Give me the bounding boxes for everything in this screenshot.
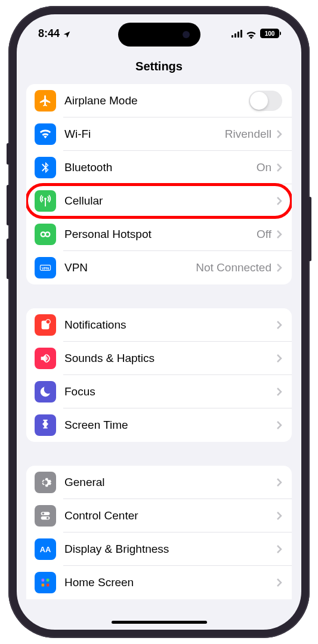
- settings-group-connectivity: Airplane Mode Wi-Fi Rivendell Bluetooth: [26, 84, 292, 284]
- bluetooth-label: Bluetooth: [64, 161, 257, 174]
- vpn-label: VPN: [64, 261, 196, 274]
- wifi-label: Wi-Fi: [64, 128, 225, 141]
- cell-signal-icon: [231, 30, 243, 38]
- display-icon: AA: [35, 538, 56, 560]
- wifi-value: Rivendell: [225, 128, 271, 141]
- homescreen-row[interactable]: Home Screen: [26, 566, 292, 599]
- chevron-right-icon: [276, 163, 282, 172]
- wifi-icon: [35, 123, 56, 145]
- notifications-row[interactable]: Notifications: [26, 308, 292, 342]
- vpn-row[interactable]: VPN VPN Not Connected: [26, 251, 292, 284]
- chevron-right-icon: [276, 511, 282, 521]
- cellular-icon: [35, 190, 56, 212]
- hotspot-icon: [35, 224, 56, 245]
- svg-point-1: [45, 232, 50, 236]
- page-header: Settings: [17, 52, 301, 84]
- airplane-icon: [35, 90, 56, 112]
- svg-rect-13: [42, 584, 45, 587]
- airplane-mode-row[interactable]: Airplane Mode: [26, 84, 292, 117]
- svg-text:AA: AA: [40, 545, 51, 554]
- cellular-row[interactable]: Cellular: [26, 184, 292, 218]
- notifications-icon: [35, 314, 56, 336]
- chevron-right-icon: [276, 263, 282, 273]
- sounds-label: Sounds & Haptics: [64, 352, 276, 365]
- general-row[interactable]: General: [26, 466, 292, 499]
- airplane-toggle[interactable]: [249, 91, 282, 111]
- volume-down: [7, 239, 10, 279]
- svg-rect-12: [47, 579, 50, 582]
- settings-group-notifications: Notifications Sounds & Haptics Focus: [26, 308, 292, 442]
- bluetooth-icon: [35, 157, 56, 178]
- chevron-right-icon: [276, 420, 282, 430]
- settings-group-general: General Control Center AA Display & Brig…: [26, 466, 292, 599]
- focus-row[interactable]: Focus: [26, 375, 292, 408]
- page-title: Settings: [17, 60, 301, 73]
- bluetooth-row[interactable]: Bluetooth On: [26, 151, 292, 184]
- chevron-right-icon: [276, 129, 282, 139]
- cellular-label: Cellular: [64, 194, 276, 208]
- chevron-right-icon: [276, 354, 282, 363]
- general-icon: [35, 472, 56, 493]
- vpn-value: Not Connected: [196, 261, 271, 274]
- settings-list[interactable]: Airplane Mode Wi-Fi Rivendell Bluetooth: [17, 84, 301, 630]
- controlcenter-label: Control Center: [64, 509, 276, 522]
- chevron-right-icon: [276, 230, 282, 239]
- vpn-icon: VPN: [35, 257, 56, 278]
- display-label: Display & Brightness: [64, 543, 276, 556]
- chevron-right-icon: [276, 387, 282, 397]
- power-button: [308, 197, 311, 261]
- screentime-icon: [35, 414, 56, 436]
- mute-switch: [7, 143, 10, 165]
- sounds-icon: [35, 348, 56, 369]
- controlcenter-icon: [35, 505, 56, 527]
- chevron-right-icon: [276, 320, 282, 330]
- display-row[interactable]: AA Display & Brightness: [26, 532, 292, 566]
- focus-icon: [35, 381, 56, 402]
- general-label: General: [64, 476, 276, 489]
- chevron-right-icon: [276, 196, 282, 206]
- sounds-row[interactable]: Sounds & Haptics: [26, 342, 292, 375]
- phone-frame: 8:44 100 Settings: [8, 6, 310, 638]
- hotspot-row[interactable]: Personal Hotspot Off: [26, 218, 292, 251]
- screentime-label: Screen Time: [64, 419, 276, 432]
- home-indicator[interactable]: [112, 621, 207, 624]
- chevron-right-icon: [276, 544, 282, 554]
- hotspot-label: Personal Hotspot: [64, 228, 257, 241]
- airplane-label: Airplane Mode: [64, 94, 249, 107]
- dynamic-island: [118, 23, 200, 47]
- chevron-right-icon: [276, 478, 282, 487]
- svg-text:VPN: VPN: [42, 266, 50, 270]
- battery-icon: 100: [260, 29, 281, 38]
- svg-rect-11: [42, 579, 45, 582]
- focus-label: Focus: [64, 385, 276, 398]
- chevron-right-icon: [276, 578, 282, 587]
- notifications-label: Notifications: [64, 318, 276, 332]
- bluetooth-value: On: [257, 161, 271, 174]
- wifi-row[interactable]: Wi-Fi Rivendell: [26, 117, 292, 151]
- location-icon: [63, 29, 71, 38]
- svg-point-5: [46, 320, 50, 324]
- svg-rect-14: [47, 584, 50, 587]
- svg-point-7: [42, 513, 45, 515]
- controlcenter-row[interactable]: Control Center: [26, 499, 292, 532]
- status-time: 8:44: [38, 27, 60, 40]
- volume-up: [7, 185, 10, 225]
- screen: 8:44 100 Settings: [17, 14, 301, 630]
- screentime-row[interactable]: Screen Time: [26, 408, 292, 442]
- homescreen-icon: [35, 572, 56, 593]
- svg-point-9: [47, 517, 49, 519]
- homescreen-label: Home Screen: [64, 576, 276, 589]
- wifi-status-icon: [246, 29, 257, 38]
- hotspot-value: Off: [257, 228, 271, 241]
